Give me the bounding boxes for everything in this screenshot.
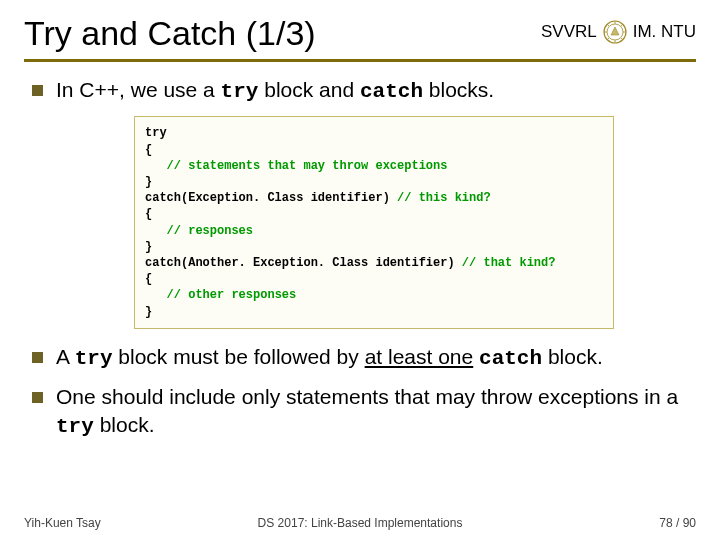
text: block must be followed by — [113, 345, 365, 368]
body-list-2: A try block must be followed by at least… — [24, 343, 696, 442]
code-line: catch(Exception. Class identifier) — [145, 191, 397, 205]
text: block. — [542, 345, 603, 368]
code-block: try { // statements that may throw excep… — [134, 116, 614, 328]
code-line: { — [145, 143, 152, 157]
text: blocks. — [423, 78, 494, 101]
code-keyword: try — [75, 347, 113, 370]
code-keyword: catch — [479, 347, 542, 370]
code-indent — [145, 224, 167, 238]
text: In C++, we use a — [56, 78, 221, 101]
code-comment: // that kind? — [462, 256, 556, 270]
code-indent — [145, 159, 167, 173]
code-line: } — [145, 305, 152, 319]
bullet-square-icon — [32, 85, 43, 96]
code-line: try — [145, 126, 167, 140]
code-line: } — [145, 175, 152, 189]
footer-author: Yih-Kuen Tsay — [24, 516, 101, 530]
code-comment: // statements that may throw exceptions — [167, 159, 448, 173]
slide: Try and Catch (1/3) SVVRL — [0, 0, 720, 540]
text: One should include only statements that … — [56, 385, 678, 408]
bullet-square-icon — [32, 392, 43, 403]
page-title: Try and Catch (1/3) — [24, 14, 316, 53]
code-keyword: catch — [360, 80, 423, 103]
page-total: 90 — [683, 516, 696, 530]
code-indent — [145, 288, 167, 302]
code-line: catch(Another. Exception. Class identifi… — [145, 256, 462, 270]
code-comment: // this kind? — [397, 191, 491, 205]
affil-left: SVVRL — [541, 22, 597, 42]
university-seal-icon — [603, 20, 627, 44]
bullet-1: In C++, we use a try block and catch blo… — [28, 76, 696, 106]
code-comment: // responses — [167, 224, 253, 238]
page-separator: / — [673, 516, 683, 530]
header-row: Try and Catch (1/3) SVVRL — [24, 14, 696, 62]
page-number: 78 / 90 — [659, 516, 696, 530]
code-keyword: try — [221, 80, 259, 103]
affiliation: SVVRL — [541, 14, 696, 44]
affil-right: IM. NTU — [633, 22, 696, 42]
text: block and — [258, 78, 360, 101]
footer: Yih-Kuen Tsay DS 2017: Link-Based Implem… — [0, 516, 720, 530]
footer-course: DS 2017: Link-Based Implementations — [0, 516, 720, 530]
code-line: { — [145, 272, 152, 286]
bullet-square-icon — [32, 352, 43, 363]
code-keyword: try — [56, 415, 94, 438]
body-list: In C++, we use a try block and catch blo… — [24, 76, 696, 106]
text: block. — [94, 413, 155, 436]
bullet-2: A try block must be followed by at least… — [28, 343, 696, 373]
text: A — [56, 345, 75, 368]
code-line: } — [145, 240, 152, 254]
page-current: 78 — [659, 516, 672, 530]
code-line: { — [145, 207, 152, 221]
bullet-3: One should include only statements that … — [28, 383, 696, 442]
underlined-text: at least one — [365, 345, 474, 368]
code-comment: // other responses — [167, 288, 297, 302]
